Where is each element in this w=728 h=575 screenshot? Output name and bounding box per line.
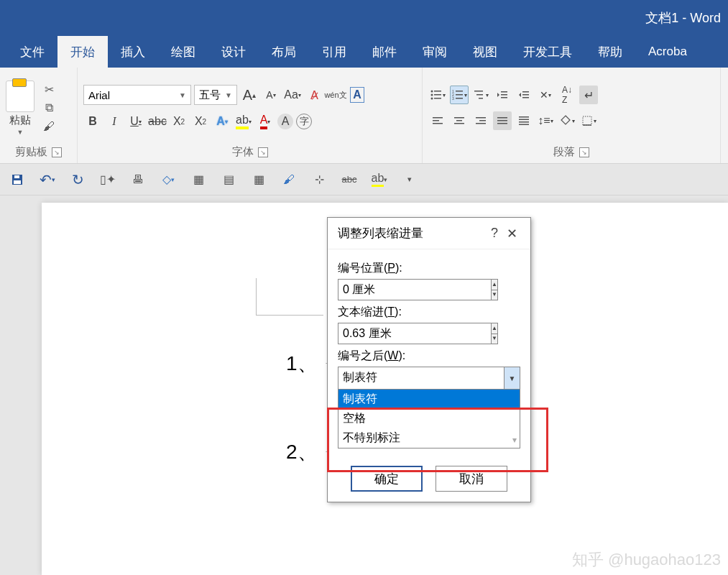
enclose-char-icon[interactable]: 字 (296, 114, 312, 129)
shading-button[interactable]: ▾ (558, 111, 576, 130)
cut-icon[interactable]: ✂ (42, 82, 56, 96)
help-icon[interactable]: ? (486, 226, 503, 241)
dialog-adjust-list-indents: 调整列表缩进量 ? ✕ 编号位置(P): ▲▼ 文本缩进(T): ▲▼ 编号之后… (327, 217, 531, 502)
svg-rect-15 (501, 91, 507, 93)
shrink-font-icon[interactable]: A▾ (262, 86, 280, 104)
svg-rect-14 (479, 98, 483, 99)
svg-point-2 (431, 94, 433, 96)
phonetic-icon[interactable]: wén文 (326, 86, 345, 104)
option-space[interactable]: 空格 (338, 409, 520, 428)
tab-layout[interactable]: 布局 (259, 36, 309, 68)
tab-insert[interactable]: 插入 (108, 36, 158, 68)
qat-table2-icon[interactable]: ▤ (220, 171, 237, 188)
margin-marker (256, 278, 323, 316)
svg-rect-31 (497, 120, 507, 121)
bullets-button[interactable]: ▾ (428, 86, 447, 104)
copy-icon[interactable]: ⧉ (42, 101, 56, 115)
show-marks-button[interactable]: ↵ (579, 86, 598, 104)
option-nothing[interactable]: 不特别标注 (338, 428, 520, 448)
char-shading-icon[interactable]: A (277, 114, 293, 129)
font-color-button[interactable]: A▾ (256, 112, 275, 131)
tab-view[interactable]: 视图 (460, 36, 510, 68)
grow-font-icon[interactable]: A▴ (240, 86, 259, 104)
line-spacing-button[interactable]: ↕≡▾ (536, 111, 555, 130)
redo-button[interactable]: ↻ (69, 171, 86, 188)
decrease-indent-button[interactable] (493, 86, 512, 104)
format-painter-icon[interactable]: 🖌 (42, 119, 56, 134)
option-tab[interactable]: 制表符 (338, 390, 520, 409)
clipboard-launcher[interactable]: ↘ (52, 147, 62, 157)
asian-layout-icon[interactable]: ✕▾ (536, 86, 555, 104)
qat-new-icon[interactable]: ▯✦ (99, 171, 116, 188)
align-left-button[interactable] (428, 111, 447, 130)
bold-button[interactable]: B (83, 112, 102, 131)
font-name-combo[interactable]: Arial▼ (83, 85, 191, 105)
multilevel-button[interactable]: ▾ (471, 86, 490, 104)
tab-references[interactable]: 引用 (309, 36, 359, 68)
font-size-combo[interactable]: 五号▼ (194, 85, 237, 105)
increase-indent-button[interactable] (515, 86, 533, 104)
text-effects-icon[interactable]: A▾ (213, 112, 231, 131)
tab-acrobat[interactable]: Acroba (635, 36, 700, 68)
chevron-down-icon[interactable]: ▼ (504, 367, 520, 389)
svg-rect-25 (456, 120, 462, 121)
tab-home[interactable]: 开始 (57, 36, 108, 68)
text-indent-field[interactable] (338, 323, 492, 344)
qat-print-icon[interactable]: 🖶 (129, 171, 147, 188)
svg-rect-16 (501, 94, 507, 96)
undo-button[interactable]: ↶▾ (39, 171, 56, 188)
svg-rect-7 (456, 91, 463, 92)
superscript-button[interactable]: X2 (191, 112, 210, 131)
qat-more-icon[interactable]: ▾ (401, 171, 418, 188)
spin-up-icon[interactable]: ▲ (492, 323, 497, 334)
qat-shape-icon[interactable]: ◇▾ (160, 171, 177, 188)
document-title: 文档1 - Word (645, 9, 721, 27)
text-indent-input[interactable]: ▲▼ (338, 323, 451, 344)
spin-down-icon[interactable]: ▼ (492, 290, 497, 300)
tab-draw[interactable]: 绘图 (158, 36, 208, 68)
align-right-button[interactable] (471, 111, 490, 130)
justify-button[interactable] (493, 111, 512, 130)
svg-rect-33 (519, 116, 529, 118)
paste-button[interactable]: 粘贴 ▼ (6, 80, 34, 136)
align-center-button[interactable] (450, 111, 469, 130)
qat-table3-icon[interactable]: ▦ (250, 171, 267, 188)
qat-brush-icon[interactable]: 🖌 (280, 171, 298, 188)
subscript-button[interactable]: X2 (170, 112, 188, 131)
underline-button[interactable]: U▾ (126, 112, 145, 131)
sort-button[interactable]: A↓Z (558, 86, 576, 104)
save-button[interactable] (9, 171, 26, 188)
number-position-field[interactable] (338, 279, 492, 300)
numbering-button[interactable]: 123▾ (450, 86, 469, 104)
tab-design[interactable]: 设计 (208, 36, 259, 68)
tab-review[interactable]: 审阅 (410, 36, 460, 68)
highlight-button[interactable]: ab▾ (234, 112, 253, 131)
number-position-input[interactable]: ▲▼ (338, 279, 451, 300)
qat-table1-icon[interactable]: ▦ (190, 171, 207, 188)
ok-button[interactable]: 确定 (351, 466, 423, 492)
tab-file[interactable]: 文件 (7, 36, 57, 68)
after-number-combo[interactable]: 制表符 ▼ (338, 367, 520, 390)
qat-misc1-icon[interactable]: ⊹ (310, 171, 328, 188)
cancel-button[interactable]: 取消 (436, 466, 507, 492)
clear-format-icon[interactable]: A̷ (305, 86, 323, 104)
svg-rect-29 (476, 123, 486, 124)
qat-highlight-icon[interactable]: ab▾ (371, 171, 388, 188)
close-icon[interactable]: ✕ (503, 226, 520, 242)
strikethrough-button[interactable]: abc (148, 112, 167, 131)
borders-button[interactable]: ▾ (579, 111, 598, 130)
tab-help[interactable]: 帮助 (585, 36, 635, 68)
distribute-button[interactable] (515, 111, 533, 130)
spin-up-icon[interactable]: ▲ (492, 280, 497, 290)
char-border-icon[interactable]: A (348, 86, 367, 104)
tab-developer[interactable]: 开发工具 (510, 36, 585, 68)
qat-abc-icon[interactable]: abc (341, 171, 358, 188)
tab-mailings[interactable]: 邮件 (359, 36, 410, 68)
svg-rect-21 (433, 117, 443, 119)
font-launcher[interactable]: ↘ (258, 147, 268, 157)
paragraph-launcher[interactable]: ↘ (579, 147, 589, 157)
change-case-icon[interactable]: Aa▾ (283, 86, 302, 104)
spin-down-icon[interactable]: ▼ (492, 334, 497, 344)
svg-rect-34 (519, 119, 529, 121)
italic-button[interactable]: I (105, 112, 124, 131)
